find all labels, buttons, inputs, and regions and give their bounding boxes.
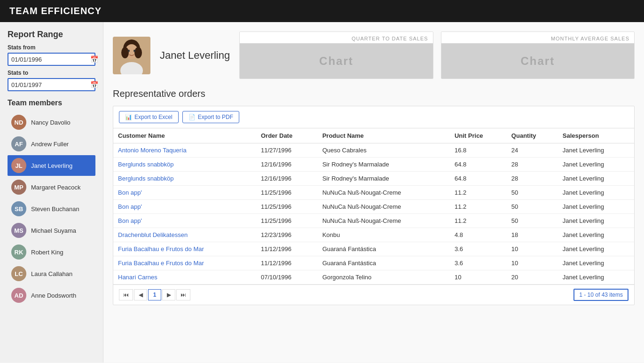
monthly-chart-area: Chart <box>441 43 634 79</box>
customer-name-cell[interactable]: Hanari Carnes <box>113 270 256 284</box>
member-name-8: Laura Callahan <box>31 270 72 277</box>
table-cell: 28 <box>507 172 558 186</box>
table-cell: Queso Cabrales <box>318 143 450 158</box>
next-page-button[interactable]: ▶ <box>162 289 175 300</box>
stats-from-label: Stats from <box>8 44 95 51</box>
table-cell: 11/25/1996 <box>256 200 318 214</box>
team-member-8[interactable]: LCLaura Callahan <box>8 263 95 284</box>
table-cell: 12/23/1996 <box>256 228 318 242</box>
table-cell: 10 <box>507 242 558 256</box>
table-cell: 11/27/1996 <box>256 143 318 158</box>
svg-point-6 <box>128 49 130 52</box>
team-member-6[interactable]: MSMichael Suyama <box>8 220 95 241</box>
prev-page-button[interactable]: ◀ <box>134 289 147 300</box>
col-header-5: Salesperson <box>558 128 634 143</box>
avatar-6: MS <box>11 223 26 238</box>
table-row: Furia Bacalhau e Frutos do Mar11/12/1996… <box>113 256 634 270</box>
table-cell: 11/25/1996 <box>256 186 318 200</box>
export-excel-button[interactable]: 📊 Export to Excel <box>119 111 179 123</box>
table-toolbar: 📊 Export to Excel 📄 Export to PDF <box>113 106 634 128</box>
avatar-1: ND <box>11 115 26 130</box>
table-cell: NuNuCa Nuß-Nougat-Creme <box>318 186 450 200</box>
table-cell: NuNuCa Nuß-Nougat-Creme <box>318 214 450 228</box>
pagination-controls: ⏮ ◀ 1 ▶ ⏭ <box>119 289 190 300</box>
table-cell: 3.6 <box>450 242 507 256</box>
member-name-2: Andrew Fuller <box>31 141 69 148</box>
table-cell: Sir Rodney's Marmalade <box>318 172 450 186</box>
table-cell: 18 <box>507 228 558 242</box>
monthly-chart-label: MONTHLY AVERAGE SALES <box>441 32 634 43</box>
team-member-4[interactable]: MPMargaret Peacock <box>8 177 95 197</box>
customer-name-cell[interactable]: Bon app' <box>113 186 256 200</box>
table-cell: Janet Leverling <box>558 186 634 200</box>
team-member-7[interactable]: RKRobert King <box>8 242 95 262</box>
col-header-4: Quantity <box>507 128 558 143</box>
table-cell: 07/10/1996 <box>256 270 318 284</box>
pagination: ⏮ ◀ 1 ▶ ⏭ 1 - 10 of 43 items <box>113 284 634 305</box>
stats-from-calendar-icon[interactable]: 📅 <box>90 55 98 63</box>
table-cell: Guaraná Fantástica <box>318 256 450 270</box>
team-member-1[interactable]: NDNancy Davolio <box>8 112 95 133</box>
stats-to-input[interactable] <box>11 81 90 88</box>
customer-name-cell[interactable]: Berglunds snabbköp <box>113 158 256 172</box>
first-page-button[interactable]: ⏮ <box>119 289 133 300</box>
stats-from-input[interactable] <box>11 56 90 63</box>
avatar-2: AF <box>11 136 26 151</box>
col-header-0: Customer Name <box>113 128 256 143</box>
customer-name-cell[interactable]: Berglunds snabbköp <box>113 172 256 186</box>
table-cell: Janet Leverling <box>558 228 634 242</box>
table-cell: 11.2 <box>450 214 507 228</box>
table-cell: Janet Leverling <box>558 158 634 172</box>
excel-icon: 📊 <box>125 114 132 120</box>
pagination-info: 1 - 10 of 43 items <box>573 289 628 301</box>
table-cell: 24 <box>507 143 558 158</box>
table-cell: NuNuCa Nuß-Nougat-Creme <box>318 200 450 214</box>
person-name-text: Janet Leverling <box>160 49 230 62</box>
table-cell: 64.8 <box>450 158 507 172</box>
last-page-button[interactable]: ⏭ <box>176 289 190 300</box>
quarter-chart-label: QUARTER TO DATE SALES <box>240 32 432 43</box>
customer-name-cell[interactable]: Drachenblut Delikatessen <box>113 228 256 242</box>
customer-name-cell[interactable]: Antonio Moreno Taquería <box>113 143 256 158</box>
col-header-2: Product Name <box>318 128 450 143</box>
table-row: Furia Bacalhau e Frutos do Mar11/12/1996… <box>113 242 634 256</box>
team-member-3[interactable]: JLJanet Leverling <box>8 155 95 176</box>
table-cell: 50 <box>507 214 558 228</box>
sidebar: Report Range Stats from 📅 Stats to 📅 Tea… <box>0 22 103 363</box>
table-cell: Guaraná Fantástica <box>318 242 450 256</box>
table-cell: Janet Leverling <box>558 270 634 284</box>
table-body: Antonio Moreno Taquería11/27/1996Queso C… <box>113 143 634 284</box>
team-member-5[interactable]: SBSteven Buchanan <box>8 198 95 219</box>
table-cell: Janet Leverling <box>558 242 634 256</box>
member-name-4: Margaret Peacock <box>31 184 81 191</box>
customer-name-cell[interactable]: Bon app' <box>113 214 256 228</box>
table-cell: Sir Rodney's Marmalade <box>318 158 450 172</box>
current-page-button[interactable]: 1 <box>148 289 161 300</box>
table-cell: 10 <box>507 256 558 270</box>
table-row: Antonio Moreno Taquería11/27/1996Queso C… <box>113 143 634 158</box>
person-name: Janet Leverling <box>160 49 230 61</box>
customer-name-cell[interactable]: Furia Bacalhau e Frutos do Mar <box>113 256 256 270</box>
table-cell: Janet Leverling <box>558 200 634 214</box>
stats-to-input-wrapper[interactable]: 📅 <box>8 78 95 91</box>
table-cell: 16.8 <box>450 143 507 158</box>
stats-from-input-wrapper[interactable]: 📅 <box>8 53 95 66</box>
svg-point-4 <box>121 47 129 58</box>
member-name-9: Anne Dodsworth <box>31 292 76 299</box>
team-member-9[interactable]: ADAnne Dodsworth <box>8 285 95 306</box>
table-cell: Janet Leverling <box>558 143 634 158</box>
svg-point-7 <box>134 49 135 52</box>
customer-name-cell[interactable]: Bon app' <box>113 200 256 214</box>
pdf-icon: 📄 <box>188 114 196 120</box>
team-member-2[interactable]: AFAndrew Fuller <box>8 134 95 154</box>
table-cell: Janet Leverling <box>558 214 634 228</box>
orders-table: Customer NameOrder DateProduct NameUnit … <box>113 128 634 284</box>
table-cell: 12/16/1996 <box>256 158 318 172</box>
member-name-3: Janet Leverling <box>31 162 72 169</box>
stats-to-calendar-icon[interactable]: 📅 <box>90 81 98 88</box>
export-pdf-button[interactable]: 📄 Export to PDF <box>182 111 239 123</box>
col-header-3: Unit Price <box>450 128 507 143</box>
customer-name-cell[interactable]: Furia Bacalhau e Frutos do Mar <box>113 242 256 256</box>
avatar-4: MP <box>11 180 26 195</box>
table-header: Customer NameOrder DateProduct NameUnit … <box>113 128 634 143</box>
